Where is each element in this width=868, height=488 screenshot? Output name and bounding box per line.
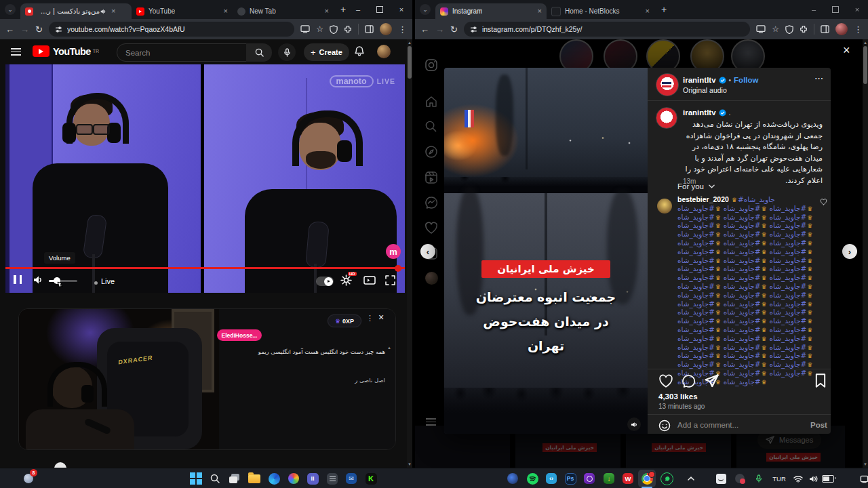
pause-button[interactable] <box>14 275 22 284</box>
sidebar-icon[interactable] <box>365 25 374 33</box>
scroll-down-arrow[interactable]: ▼ <box>863 462 868 466</box>
channel-avatar[interactable] <box>656 73 679 96</box>
tab-netblocks[interactable]: Home - NetBlocks × <box>547 3 654 19</box>
like-heart-icon[interactable] <box>658 374 673 388</box>
scroll-up-arrow[interactable]: ▲ <box>863 41 868 45</box>
tab-close-icon[interactable]: × <box>646 7 650 15</box>
post-video[interactable]: خیزش ملی ایرانیان جمعیت انبوه معترضان در… <box>444 68 648 434</box>
new-tab-button[interactable]: + <box>340 4 346 15</box>
tray-app-icon[interactable] <box>713 470 729 487</box>
tab-search-button[interactable]: ⌄ <box>5 4 16 15</box>
commenter-avatar[interactable] <box>657 199 672 214</box>
post-username[interactable]: iranintltv <box>683 76 716 84</box>
audio-mute-button[interactable] <box>627 418 641 431</box>
autoplay-toggle[interactable] <box>316 277 334 286</box>
tray-mic-icon[interactable] <box>751 470 767 487</box>
volume-tray-icon[interactable] <box>805 470 821 487</box>
back-button[interactable]: ← <box>5 24 14 35</box>
comment-like-heart-icon[interactable] <box>820 199 827 205</box>
guide-menu-icon[interactable] <box>11 46 21 58</box>
tray-recorder-icon[interactable] <box>732 470 748 487</box>
search-button[interactable] <box>246 43 272 62</box>
sidebar-icon[interactable] <box>821 25 829 33</box>
cast-icon[interactable] <box>756 25 766 33</box>
video-player[interactable]: manoto LIVE m Volume Live <box>5 64 405 293</box>
tab-instagram[interactable]: Instagram × <box>435 3 547 19</box>
tab-close-icon[interactable]: × <box>325 7 329 15</box>
progress-bar[interactable] <box>5 267 405 269</box>
browser-menu-icon[interactable]: ⋮ <box>854 24 863 35</box>
teams-icon[interactable]: ii <box>304 470 321 487</box>
edge-browser-icon[interactable] <box>266 470 282 487</box>
scroll-thumb[interactable] <box>863 46 867 84</box>
user-avatar[interactable] <box>377 45 391 58</box>
tray-expand-chevron[interactable] <box>683 470 699 487</box>
page-scrollbar[interactable]: ▲ ▼ <box>863 39 868 468</box>
whatsapp-icon[interactable] <box>658 470 675 487</box>
back-button[interactable]: ← <box>420 24 429 35</box>
tab-new-tab[interactable]: New Tab × <box>233 3 334 19</box>
caption-username[interactable]: iranintltv <box>683 108 716 117</box>
vault-app-icon[interactable] <box>581 470 597 487</box>
notifications-bell-icon[interactable] <box>354 45 365 57</box>
minimize-button[interactable]: – <box>803 0 825 19</box>
minimize-button[interactable]: – <box>347 0 369 19</box>
live-label[interactable]: Live <box>101 277 115 285</box>
original-audio-label[interactable]: Original audio <box>683 86 727 94</box>
volume-icon[interactable] <box>33 275 43 285</box>
extensions-icon[interactable] <box>344 25 352 33</box>
profile-avatar[interactable] <box>380 23 392 35</box>
outlook-icon[interactable]: ✉ <box>343 470 359 487</box>
maximize-button[interactable] <box>369 0 391 19</box>
post-comment-button[interactable]: Post <box>810 421 827 429</box>
cast-icon[interactable] <box>300 25 310 33</box>
kick-app-icon[interactable]: K <box>363 470 379 487</box>
scroll-down-arrow[interactable]: ▼ <box>407 462 412 466</box>
site-settings-icon[interactable] <box>470 26 477 33</box>
tab-audio-icon[interactable] <box>100 8 106 15</box>
voice-search-button[interactable] <box>278 43 296 61</box>
settings-gear-icon[interactable] <box>340 274 352 286</box>
idm-icon[interactable]: ↓ <box>601 470 617 487</box>
forward-button[interactable]: → <box>435 24 444 35</box>
create-button[interactable]: + Create <box>304 43 349 61</box>
battery-icon[interactable] <box>820 470 836 487</box>
scroll-up-arrow[interactable]: ▲ <box>407 41 412 45</box>
save-bookmark-icon[interactable] <box>814 373 827 388</box>
photos-app-icon[interactable] <box>285 470 302 487</box>
tab-close-icon[interactable]: × <box>538 7 542 15</box>
notification-center-icon[interactable] <box>856 470 868 487</box>
site-settings-icon[interactable] <box>55 26 62 33</box>
scroll-thumb[interactable] <box>408 46 412 79</box>
chrome-icon-active[interactable] <box>638 470 656 487</box>
likes-count[interactable]: 4,303 likes <box>658 392 698 401</box>
modal-close-icon[interactable]: × <box>843 43 850 58</box>
tab-search-button[interactable]: ⌄ <box>420 4 431 15</box>
close-button[interactable]: × <box>391 0 412 19</box>
file-explorer-icon[interactable] <box>246 470 262 487</box>
follow-button[interactable]: Follow <box>734 76 758 84</box>
pip-menu-icon[interactable]: ⋮ <box>366 314 374 323</box>
progress-scrubber[interactable] <box>395 265 401 272</box>
bookmark-star-icon[interactable]: ☆ <box>772 24 779 34</box>
page-scrollbar[interactable]: ▲ ▼ <box>407 39 412 468</box>
shield-icon[interactable] <box>330 25 338 34</box>
close-button[interactable]: × <box>846 0 868 19</box>
browser-menu-icon[interactable]: ⋮ <box>398 24 407 35</box>
search-input[interactable]: Search <box>117 43 263 62</box>
add-comment-input[interactable]: Add a comment... <box>677 421 738 429</box>
previous-post-arrow[interactable]: ‹ <box>420 244 435 259</box>
post-options-icon[interactable]: ⋯ <box>814 73 824 83</box>
language-indicator[interactable]: TUR <box>770 470 789 487</box>
vscode-icon[interactable]: ‹› <box>543 470 559 487</box>
tab-close-icon[interactable]: × <box>224 7 228 15</box>
tab-youtube[interactable]: YouTube × <box>132 3 233 19</box>
extensions-icon[interactable] <box>800 25 808 33</box>
forward-button[interactable]: → <box>20 24 29 35</box>
profile-avatar[interactable] <box>835 23 848 35</box>
new-tab-button[interactable]: + <box>661 4 667 15</box>
audio-app-icon[interactable] <box>505 470 521 487</box>
caption-avatar[interactable] <box>656 107 677 129</box>
task-view-icon[interactable] <box>226 470 243 487</box>
for-you-filter[interactable]: For you <box>677 182 715 190</box>
